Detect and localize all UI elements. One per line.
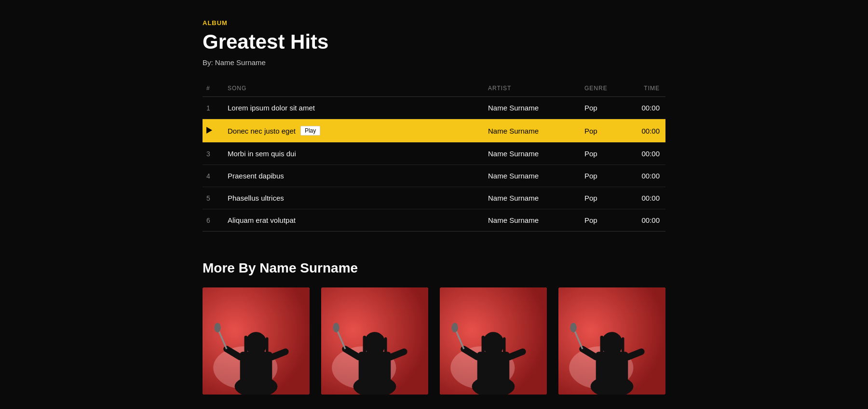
track-song-title: Morbi in sem quis dui [222, 143, 482, 165]
svg-rect-50 [600, 336, 604, 354]
album-label: ALBUM [203, 19, 665, 27]
track-genre: Pop [579, 143, 627, 165]
track-time: 00:00 [627, 143, 665, 165]
album-card[interactable] [558, 287, 665, 395]
album-card-image [558, 287, 665, 395]
svg-rect-3 [240, 352, 272, 389]
page-container: ALBUM Greatest Hits By: Name Surname # S… [193, 0, 675, 409]
svg-rect-53 [613, 335, 616, 356]
table-row[interactable]: 4Praesent dapibusName SurnamePop00:00 [203, 165, 665, 187]
album-card-image [203, 287, 310, 395]
track-genre: Pop [579, 187, 627, 209]
track-artist: Name Surname [482, 97, 579, 119]
more-section-title: More By Name Surname [203, 260, 665, 276]
svg-rect-40 [503, 337, 506, 353]
table-row[interactable]: 1Lorem ipsum dolor sit ametName SurnameP… [203, 97, 665, 119]
album-card[interactable] [321, 287, 428, 395]
svg-rect-25 [384, 337, 387, 353]
svg-rect-21 [367, 335, 370, 356]
track-time: 00:00 [627, 97, 665, 119]
track-song-title: Phasellus ultrices [222, 187, 482, 209]
svg-rect-8 [257, 335, 260, 356]
album-title: Greatest Hits [203, 30, 665, 54]
active-song-name: Donec nec justo eget [228, 127, 296, 135]
album-cards-container [203, 287, 665, 395]
svg-rect-36 [486, 335, 489, 356]
svg-point-58 [570, 323, 576, 332]
table-row[interactable]: 6Aliquam erat volutpatName SurnamePop00:… [203, 209, 665, 232]
track-genre: Pop [579, 209, 627, 232]
svg-rect-33 [477, 352, 510, 389]
album-by: By: Name Surname [203, 58, 665, 67]
track-artist: Name Surname [482, 209, 579, 232]
col-header-artist: ARTIST [482, 81, 579, 97]
track-genre: Pop [579, 97, 627, 119]
table-row[interactable]: 5Phasellus ultricesName SurnamePop00:00 [203, 187, 665, 209]
track-number: 1 [203, 97, 222, 119]
svg-rect-38 [494, 335, 498, 356]
table-row[interactable]: Donec nec justo egetPlayName SurnamePop0… [203, 119, 665, 143]
svg-rect-18 [359, 352, 391, 389]
col-header-num: # [203, 81, 222, 97]
track-artist: Name Surname [482, 187, 579, 209]
track-artist: Name Surname [482, 119, 579, 143]
track-genre: Pop [579, 165, 627, 187]
track-song-title: Donec nec justo egetPlay [222, 119, 482, 143]
track-genre: Pop [579, 119, 627, 143]
track-number [203, 119, 222, 143]
svg-rect-37 [490, 334, 493, 357]
svg-rect-54 [617, 336, 621, 355]
track-time: 00:00 [627, 187, 665, 209]
col-header-time: TIME [627, 81, 665, 97]
album-card-image [321, 287, 428, 395]
album-artist: Name Surname [215, 58, 266, 67]
svg-rect-51 [604, 335, 608, 356]
svg-point-13 [214, 323, 220, 332]
track-number: 4 [203, 165, 222, 187]
more-section: More By Name Surname [203, 260, 665, 395]
track-song-title: Lorem ipsum dolor sit amet [222, 97, 482, 119]
svg-rect-9 [261, 336, 265, 355]
svg-rect-23 [376, 335, 379, 356]
track-table: # SONG ARTIST GENRE TIME 1Lorem ipsum do… [203, 81, 665, 232]
track-time: 00:00 [627, 119, 665, 143]
svg-rect-39 [499, 336, 502, 355]
album-header: ALBUM Greatest Hits By: Name Surname [203, 19, 665, 67]
svg-point-43 [451, 323, 458, 332]
table-row[interactable]: 3Morbi in sem quis duiName SurnamePop00:… [203, 143, 665, 165]
svg-rect-20 [363, 336, 366, 354]
svg-rect-24 [380, 336, 383, 355]
album-card[interactable] [203, 287, 310, 395]
svg-rect-6 [248, 335, 252, 356]
by-prefix: By: [203, 58, 213, 67]
track-time: 00:00 [627, 165, 665, 187]
track-song-title: Praesent dapibus [222, 165, 482, 187]
col-header-genre: GENRE [579, 81, 627, 97]
track-number: 3 [203, 143, 222, 165]
svg-rect-52 [609, 334, 612, 357]
svg-point-28 [333, 323, 339, 332]
svg-rect-55 [622, 337, 624, 353]
track-artist: Name Surname [482, 165, 579, 187]
track-number: 5 [203, 187, 222, 209]
track-time: 00:00 [627, 209, 665, 232]
svg-rect-10 [266, 337, 269, 353]
svg-rect-48 [596, 352, 628, 389]
svg-rect-7 [253, 334, 256, 357]
svg-rect-5 [244, 336, 248, 354]
album-card-image [440, 287, 547, 395]
table-header-row: # SONG ARTIST GENRE TIME [203, 81, 665, 97]
track-number: 6 [203, 209, 222, 232]
album-card[interactable] [440, 287, 547, 395]
play-icon [206, 127, 212, 134]
play-tooltip[interactable]: Play [300, 126, 320, 136]
track-song-title: Aliquam erat volutpat [222, 209, 482, 232]
col-header-song: SONG [222, 81, 482, 97]
svg-rect-35 [482, 336, 485, 354]
track-artist: Name Surname [482, 143, 579, 165]
svg-rect-22 [371, 334, 375, 357]
